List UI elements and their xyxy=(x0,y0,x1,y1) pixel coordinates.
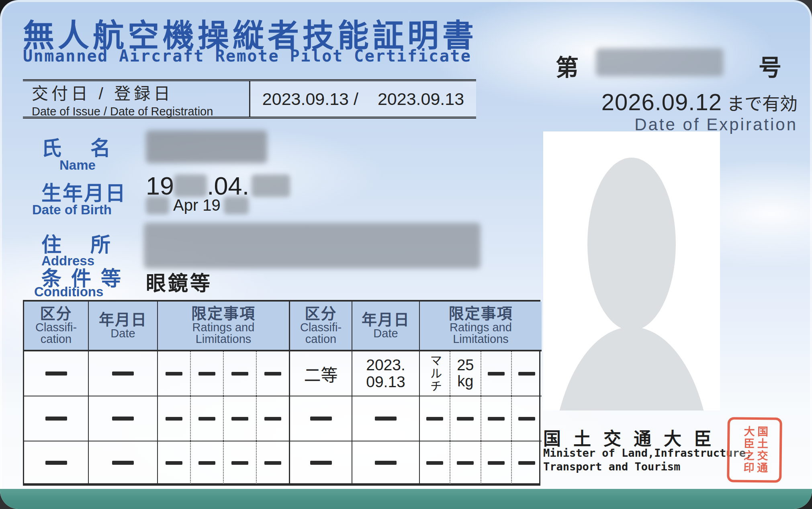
dash-mark xyxy=(457,417,474,421)
dash-mark xyxy=(426,461,443,465)
header-classification-en2: cation xyxy=(41,333,72,345)
table-header-ratings-right: 限定事項 Ratings and Limitations xyxy=(420,302,542,351)
rating-date-line2: 09.13 xyxy=(366,374,405,390)
classification-value: 二等 xyxy=(304,361,337,386)
minister-title-en: Minister of Land,Infrastructure, Transpo… xyxy=(543,446,752,474)
rating-sub-empty xyxy=(450,441,480,484)
cell-date-l1-empty xyxy=(89,351,158,396)
address-value-redacted xyxy=(144,223,481,269)
rating-sub-empty xyxy=(190,396,223,441)
dash-mark xyxy=(488,372,505,376)
dash-mark xyxy=(426,417,443,421)
dash-mark xyxy=(264,417,281,421)
dash-mark xyxy=(518,372,535,376)
dash-mark xyxy=(45,461,67,465)
birth-en-day-redacted xyxy=(146,197,169,214)
name-label-jp: 氏名 xyxy=(41,132,139,161)
cell-classification-l2-empty xyxy=(24,396,89,441)
cell-classification-r1: 二等 xyxy=(290,351,352,396)
minister-en-line2: Transport and Tourism xyxy=(543,460,752,474)
header-classification-en1: Classifi- xyxy=(300,322,342,334)
header-ratings-en2: Limitations xyxy=(453,333,509,345)
dash-mark xyxy=(518,417,535,421)
header-date-en: Date xyxy=(110,328,135,340)
rating-sub-weight: 25 kg xyxy=(450,351,480,396)
dash-mark xyxy=(264,461,281,465)
cell-date-r3-empty xyxy=(352,441,420,484)
dash-mark xyxy=(375,417,397,421)
header-date-en: Date xyxy=(373,328,398,340)
photo-silhouette xyxy=(543,131,720,410)
cell-ratings-l2-empty xyxy=(158,396,290,441)
dash-mark xyxy=(264,372,281,376)
header-classification-en2: cation xyxy=(305,333,336,345)
rating-sub-empty xyxy=(158,396,190,441)
table-header-classification-right: 区分 Classifi- cation xyxy=(290,302,352,351)
cell-date-r2-empty xyxy=(352,396,420,441)
birth-en-year-redacted xyxy=(224,197,249,214)
scanned-card-stage: 無人航空機操縦者技能証明書 Unmanned Aircraft Remote P… xyxy=(0,0,812,509)
expiration-date: 2026.09.12 xyxy=(601,88,722,115)
header-classification-jp: 区分 xyxy=(40,306,72,322)
header-classification-en1: Classifi- xyxy=(35,322,77,334)
cell-ratings-r2-empty xyxy=(420,396,542,441)
cell-ratings-l3-empty xyxy=(158,441,290,484)
birth-label-en: Date of Birth xyxy=(32,202,112,218)
header-ratings-en2: Limitations xyxy=(196,333,252,345)
minister-en-line1: Minister of Land,Infrastructure, xyxy=(543,446,752,460)
rating-sub-empty xyxy=(420,396,450,441)
rating-date-line1: 2023. xyxy=(366,357,405,374)
issue-labels: 交付日 / 登録日 Date of Issue / Date of Regist… xyxy=(23,81,249,117)
rating-sub-empty xyxy=(481,441,511,484)
cell-classification-l3-empty xyxy=(24,441,89,484)
dash-mark xyxy=(310,417,332,421)
cell-ratings-r1: マルチ 25 kg xyxy=(420,351,542,396)
conditions-label-en: Conditions xyxy=(34,284,103,300)
cell-ratings-r3-empty xyxy=(420,441,542,484)
dash-mark xyxy=(198,372,215,376)
issue-label-en: Date of Issue / Date of Registration xyxy=(32,105,249,118)
rating-sub-type: マルチ xyxy=(420,351,450,396)
issue-label-jp: 交付日 / 登録日 xyxy=(32,80,249,104)
rating-sub-empty xyxy=(481,396,511,441)
rating-sub-empty xyxy=(511,441,542,484)
header-ratings-jp: 限定事項 xyxy=(448,306,513,322)
dash-mark xyxy=(166,461,182,465)
official-seal: 国土交通 大臣之印 xyxy=(727,417,782,482)
cell-date-l2-empty xyxy=(89,396,158,441)
table-header-date-left: 年月日 Date xyxy=(89,302,158,351)
header-classification-jp: 区分 xyxy=(305,306,337,322)
rating-weight: 25 kg xyxy=(457,357,474,390)
birth-year-redacted xyxy=(174,174,207,197)
issue-dates: 2023.09.13 / 2023.09.13 xyxy=(249,81,476,117)
cell-classification-r3-empty xyxy=(290,441,352,484)
rating-sub-empty xyxy=(481,351,511,396)
dash-mark xyxy=(45,371,67,376)
header-date-jp: 年月日 xyxy=(99,312,147,328)
birth-value-line2: Apr 19 xyxy=(146,196,249,214)
rating-type-value: マルチ xyxy=(426,354,444,393)
cell-classification-l1-empty xyxy=(24,351,89,396)
seal-column-right: 国土交通 xyxy=(755,426,767,474)
dash-mark xyxy=(518,461,535,465)
dash-mark xyxy=(166,417,182,421)
table-header-classification-left: 区分 Classifi- cation xyxy=(24,302,89,351)
rating-sub-empty xyxy=(256,351,289,396)
dash-mark xyxy=(198,461,215,465)
rating-sub-empty xyxy=(511,396,542,441)
conditions-value: 眼鏡等 xyxy=(146,267,212,296)
seal-column-left: 大臣之印 xyxy=(742,426,754,474)
header-date-jp: 年月日 xyxy=(362,312,410,328)
expiration-line: 2026.09.12 まで有効 xyxy=(601,88,798,115)
rating-sub-empty xyxy=(223,396,256,441)
birth-label-jp: 生年月日 xyxy=(41,177,127,206)
cell-ratings-l1-empty xyxy=(158,351,290,396)
rating-sub-empty xyxy=(223,441,256,484)
dash-mark xyxy=(45,417,67,421)
date-of-registration: 2023.09.13 xyxy=(378,89,464,109)
dash-mark xyxy=(112,417,134,421)
dash-mark xyxy=(231,372,248,376)
name-label-en: Name xyxy=(59,158,96,173)
dash-mark xyxy=(375,461,397,465)
issue-registration-section: 交付日 / 登録日 Date of Issue / Date of Regist… xyxy=(23,79,476,119)
